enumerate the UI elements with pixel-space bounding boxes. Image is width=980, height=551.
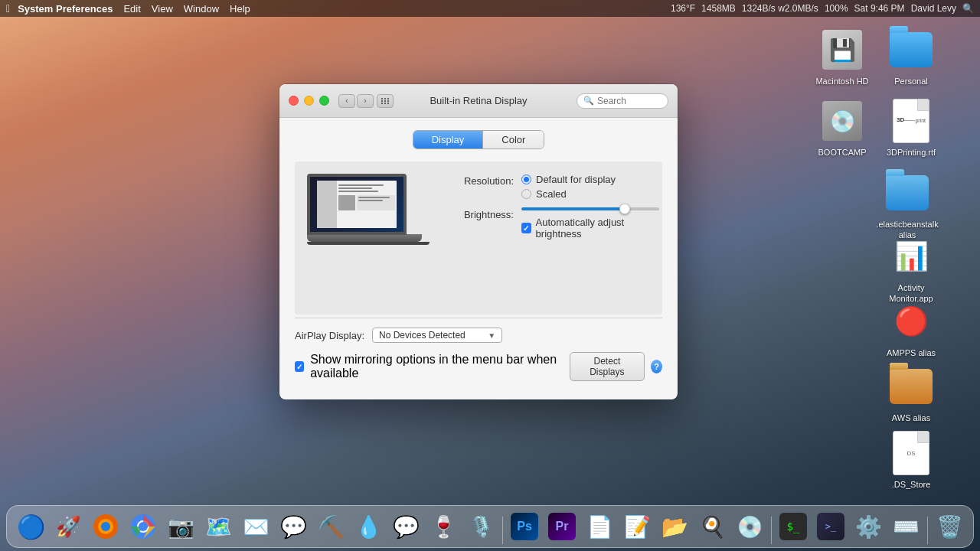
maximize-button[interactable] <box>319 96 329 106</box>
dock-item-filezilla[interactable]: 📂 <box>657 509 692 544</box>
dock-item-word[interactable]: 📝 <box>619 509 655 544</box>
tabs-row: Display Color <box>295 130 662 149</box>
radio-default-label: Default for display <box>536 174 616 185</box>
auto-brightness-checkbox[interactable] <box>521 223 531 233</box>
bottom-section: AirPlay Display: No Devices Detected ▼ S… <box>295 318 662 384</box>
help-menu-item[interactable]: Help <box>230 3 250 15</box>
laptop-illustration <box>307 174 430 302</box>
radio-scaled-input[interactable] <box>521 189 531 199</box>
dock-separator-3 <box>927 517 928 544</box>
dock-item-chrome[interactable] <box>126 509 161 544</box>
dock-item-minecraft[interactable]: ⛏️ <box>313 509 348 544</box>
svg-point-2 <box>101 522 110 531</box>
desktop-icon-aws[interactable]: AWS alias <box>880 364 942 423</box>
search-input[interactable] <box>597 96 666 106</box>
radio-default-input[interactable] <box>521 174 531 184</box>
dock-item-siri[interactable]: 🎙️ <box>463 509 498 544</box>
memory-indicator: 1458MB <box>701 3 736 14</box>
dock-item-firefox[interactable] <box>88 509 123 544</box>
dock-item-daisydisk[interactable]: 💿 <box>732 509 767 544</box>
airplay-row: AirPlay Display: No Devices Detected ▼ <box>295 328 662 343</box>
auto-brightness-row: Automatically adjust brightness <box>521 217 659 240</box>
view-menu-item[interactable]: View <box>152 3 173 15</box>
dock-item-launchpad[interactable]: 🚀 <box>51 509 86 544</box>
desktop-icon-3dprinting[interactable]: 3D print 3DPrinting.rtf <box>880 98 942 158</box>
desktop-icon-elasticbeanstalk[interactable]: .elasticbeanstalk alias <box>873 170 942 241</box>
laptop-screen <box>307 174 407 235</box>
dock-item-messages[interactable]: 💬 <box>276 509 311 544</box>
dock-item-trash[interactable]: 🗑️ <box>932 509 967 544</box>
dock-item-iterm[interactable]: >_ <box>813 509 848 544</box>
user-name[interactable]: David Levy <box>911 3 956 14</box>
resolution-label: Resolution: <box>445 174 514 187</box>
desktop-icon-label: AMPPS alias <box>887 347 936 358</box>
grid-view-button[interactable] <box>377 94 394 108</box>
mirror-checkbox[interactable] <box>295 361 304 372</box>
dock-item-crossover[interactable]: 🍷 <box>426 509 461 544</box>
display-settings-area: Resolution: Default for display Scaled <box>295 161 662 315</box>
search-box[interactable]: 🔍 <box>577 93 668 109</box>
bottom-right-controls: Detect Displays ? <box>570 352 662 381</box>
dock-item-keyboard[interactable]: ⌨️ <box>888 509 923 544</box>
laptop-base <box>307 234 422 242</box>
detect-displays-button[interactable]: Detect Displays <box>570 352 645 381</box>
mirror-row: Show mirroring options in the menu bar w… <box>295 353 570 380</box>
airplay-dropdown[interactable]: No Devices Detected ▼ <box>372 328 502 343</box>
search-menubar-icon[interactable]: 🔍 <box>962 3 974 14</box>
auto-brightness-label: Automatically adjust brightness <box>536 217 659 240</box>
radio-scaled[interactable]: Scaled <box>521 188 616 200</box>
dock-item-terminal[interactable]: $_ <box>776 509 811 544</box>
desktop-icon-label: .DS_Store <box>892 479 931 490</box>
dock-item-acrobat[interactable]: 📄 <box>582 509 617 544</box>
radio-scaled-label: Scaled <box>536 188 567 200</box>
desktop-icon-label: Personal <box>894 76 927 86</box>
laptop-bottom-edge <box>307 242 430 245</box>
window-menu-item[interactable]: Window <box>184 3 219 15</box>
forward-button[interactable]: › <box>357 94 374 108</box>
dock-item-flowdock[interactable]: 💧 <box>351 509 386 544</box>
desktop-icon-label: 3DPrinting.rtf <box>887 147 936 158</box>
desktop-icon-activity-monitor[interactable]: 📊 Activity Monitor.app <box>880 233 942 305</box>
window-traffic-lights <box>289 96 329 106</box>
desktop-icon-macintosh-hd[interactable]: 💾 Macintosh HD <box>812 27 873 86</box>
window-titlebar: ‹ › Built-in Retina Display 🔍 <box>279 84 678 118</box>
radio-default[interactable]: Default for display <box>521 174 616 185</box>
bottom-controls-row: Show mirroring options in the menu bar w… <box>295 352 662 381</box>
desktop-icon-label: Macintosh HD <box>815 76 868 86</box>
dock-item-preferences[interactable]: ⚙️ <box>851 509 886 544</box>
network-indicator: 1324B/s w2.0MB/s <box>742 3 818 14</box>
dock-item-finder[interactable]: 🔵 <box>13 509 48 544</box>
menubar:  System Preferences Edit View Window He… <box>0 0 980 17</box>
apple-logo-icon[interactable]:  <box>6 2 10 15</box>
dock-item-photoshop[interactable]: Ps <box>507 509 542 544</box>
minimize-button[interactable] <box>304 96 314 106</box>
close-button[interactable] <box>289 96 299 106</box>
back-button[interactable]: ‹ <box>338 94 355 108</box>
desktop-icon-label: BOOTCAMP <box>818 147 867 158</box>
dock-item-maps[interactable]: 🗺️ <box>201 509 236 544</box>
help-button[interactable]: ? <box>651 360 662 373</box>
mirror-label: Show mirroring options in the menu bar w… <box>310 353 569 380</box>
dock-item-flickr[interactable]: 📷 <box>163 509 198 544</box>
brightness-slider[interactable] <box>521 207 659 210</box>
dock-item-skype[interactable]: 💬 <box>388 509 423 544</box>
dock-item-chef[interactable]: 🍳 <box>694 509 730 544</box>
tab-display[interactable]: Display <box>413 131 484 148</box>
desktop-icon-ds-store[interactable]: DS .DS_Store <box>880 430 942 490</box>
dock-item-mail[interactable]: ✉️ <box>238 509 273 544</box>
edit-menu-item[interactable]: Edit <box>123 3 140 15</box>
airplay-label: AirPlay Display: <box>295 330 364 341</box>
app-menu-item[interactable]: System Preferences <box>18 3 113 15</box>
battery-indicator: 100% <box>825 3 848 14</box>
brightness-setting: Brightness: Automatically adjust brightn… <box>445 207 659 240</box>
tab-color[interactable]: Color <box>483 131 544 148</box>
desktop-icon-bootcamp[interactable]: 💿 BOOTCAMP <box>812 98 873 158</box>
search-icon: 🔍 <box>583 96 594 106</box>
desktop-icon-personal[interactable]: Personal <box>880 27 942 86</box>
dock-item-premiere[interactable]: Pr <box>544 509 580 544</box>
clock: Sat 9:46 PM <box>854 3 905 14</box>
desktop-icon-ampps[interactable]: 🔴 AMPPS alias <box>880 298 942 358</box>
brightness-thumb[interactable] <box>619 204 630 214</box>
system-preferences-window: ‹ › Built-in Retina Display 🔍 Display Co… <box>279 84 678 399</box>
airplay-value: No Devices Detected <box>379 330 466 341</box>
